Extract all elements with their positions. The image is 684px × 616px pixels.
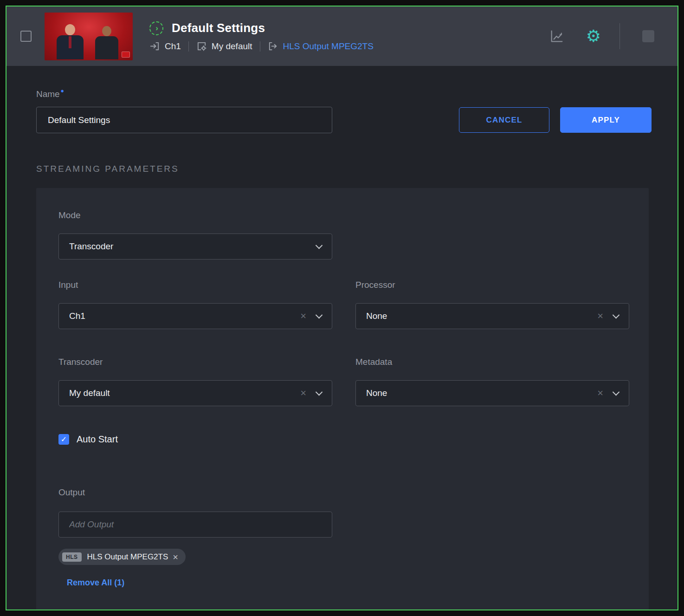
clear-icon[interactable]: × (300, 311, 306, 321)
auto-start-checkbox[interactable]: ✓ Auto Start (58, 434, 118, 445)
input-label: Input (58, 280, 78, 290)
chevron-down-icon (613, 311, 620, 318)
breadcrumb-divider (260, 41, 260, 52)
transcoder-label: Transcoder (58, 357, 103, 367)
breadcrumb: Ch1 My default HLS Output MPEG2TS (149, 41, 374, 52)
transcoder-select[interactable]: My default × (58, 380, 332, 406)
processor-select[interactable]: None × (355, 303, 629, 329)
header: › Default Settings Ch1 My default (6, 6, 678, 66)
output-tag[interactable]: HLS HLS Output MPEG2TS × (58, 549, 186, 565)
chevron-down-icon (316, 311, 323, 318)
breadcrumb-divider (188, 41, 189, 52)
required-mark: • (61, 86, 64, 96)
auto-start-label: Auto Start (77, 434, 118, 445)
settings-panel: › Default Settings Ch1 My default (6, 6, 678, 610)
anchor-silhouette (56, 24, 84, 60)
metadata-select-value: None (366, 388, 597, 398)
page-title: Default Settings (172, 21, 265, 35)
chevron-down-icon (613, 388, 620, 396)
mode-select-value: Transcoder (69, 241, 316, 252)
output-icon (268, 41, 278, 52)
tv-logo (122, 52, 130, 58)
remove-all-link[interactable]: Remove All (1) (67, 578, 124, 588)
clear-icon[interactable]: × (300, 388, 306, 398)
clear-icon[interactable]: × (597, 311, 603, 321)
remove-output-icon[interactable]: × (173, 552, 178, 562)
output-label: Output (58, 487, 85, 498)
section-title: STREAMING PARAMETERS (36, 164, 652, 174)
title-block: › Default Settings Ch1 My default (149, 21, 374, 52)
settings-gear-icon[interactable]: ⚙ (586, 28, 601, 45)
stats-icon[interactable] (549, 28, 565, 44)
input-select-value: Ch1 (69, 311, 300, 321)
chevron-down-icon (316, 241, 323, 249)
checkbox-checked-icon: ✓ (58, 434, 69, 445)
processor-select-value: None (366, 311, 597, 321)
clear-icon[interactable]: × (597, 388, 603, 398)
cancel-button[interactable]: CANCEL (459, 107, 549, 133)
add-output-input[interactable] (58, 512, 332, 538)
metadata-select[interactable]: None × (355, 380, 629, 406)
name-label: Name (36, 89, 60, 99)
name-input[interactable] (36, 107, 332, 133)
mode-label: Mode (58, 210, 81, 220)
hls-badge: HLS (62, 552, 82, 562)
apply-button[interactable]: APPLY (560, 107, 652, 133)
chevron-down-icon (316, 388, 323, 396)
select-checkbox[interactable] (20, 31, 32, 42)
streaming-parameters-panel: Mode Transcoder Input Ch1 × Processor (36, 188, 649, 610)
channel-thumbnail[interactable] (45, 13, 133, 60)
breadcrumb-input: Ch1 (165, 41, 181, 52)
output-tag-label: HLS Output MPEG2TS (87, 552, 168, 562)
transcoder-icon (196, 41, 207, 52)
status-icon: › (149, 21, 163, 35)
mode-select[interactable]: Transcoder (58, 233, 332, 259)
metadata-label: Metadata (355, 357, 392, 367)
header-divider (619, 23, 620, 49)
input-icon (149, 41, 160, 52)
breadcrumb-output-link[interactable]: HLS Output MPEG2TS (283, 41, 374, 52)
processor-label: Processor (355, 280, 395, 290)
anchor-silhouette (94, 26, 120, 60)
transcoder-select-value: My default (69, 388, 300, 398)
input-select[interactable]: Ch1 × (58, 303, 332, 329)
settings-form: Name• CANCEL APPLY STREAMING PARAMETERS … (6, 66, 678, 610)
breadcrumb-transcoder: My default (212, 41, 252, 52)
square-icon[interactable] (642, 30, 654, 42)
